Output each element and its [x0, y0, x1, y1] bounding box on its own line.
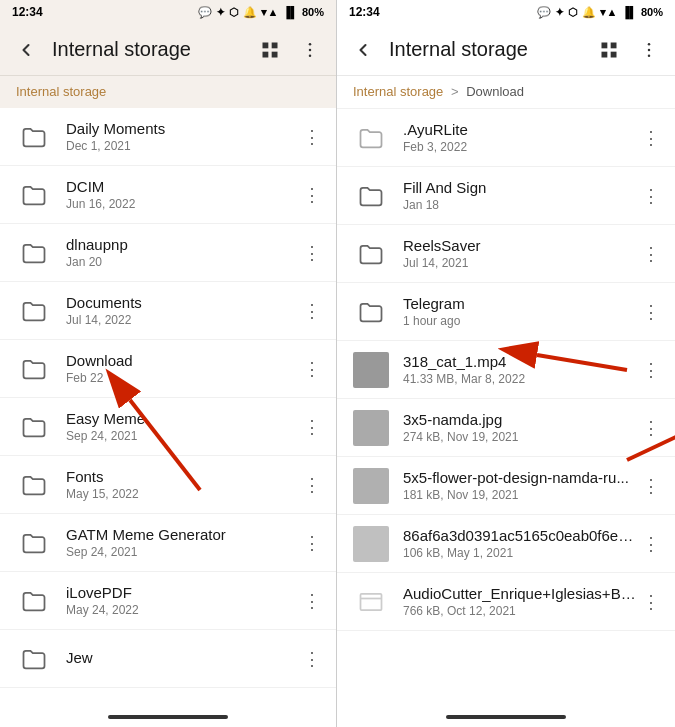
item-more-button[interactable]: ⋮ — [300, 647, 324, 671]
right-back-button[interactable] — [349, 36, 377, 64]
item-more-button[interactable]: ⋮ — [639, 300, 663, 324]
item-more-button[interactable]: ⋮ — [639, 184, 663, 208]
file-thumbnail — [353, 410, 389, 446]
telegram-folder-item[interactable]: Telegram 1 hour ago ⋮ — [337, 283, 675, 341]
item-more-button[interactable]: ⋮ — [639, 474, 663, 498]
folder-icon — [353, 294, 389, 330]
folder-icon — [353, 178, 389, 214]
item-more-button[interactable]: ⋮ — [300, 183, 324, 207]
list-item[interactable]: 318_cat_1.mp4 41.33 MB, Mar 8, 2022 ⋮ — [337, 341, 675, 399]
left-panel: 12:34 💬 ✦ ⬡ 🔔 ▾▲ ▐▌ 80% Internal storage — [0, 0, 337, 727]
left-back-button[interactable] — [12, 36, 40, 64]
svg-point-5 — [309, 48, 312, 51]
item-more-button[interactable]: ⋮ — [300, 531, 324, 555]
item-more-button[interactable]: ⋮ — [300, 299, 324, 323]
breadcrumb-download: Download — [466, 84, 524, 99]
right-page-title: Internal storage — [389, 38, 583, 61]
file-info: Easy Meme Sep 24, 2021 — [66, 410, 300, 443]
svg-rect-8 — [602, 42, 608, 48]
folder-icon — [16, 351, 52, 387]
left-more-options-button[interactable] — [296, 36, 324, 64]
right-breadcrumb-bar: Internal storage > Download — [337, 76, 675, 109]
right-more-options-button[interactable] — [635, 36, 663, 64]
download-folder-item[interactable]: Download Feb 22 ⋮ — [0, 340, 336, 398]
item-more-button[interactable]: ⋮ — [639, 532, 663, 556]
item-more-button[interactable]: ⋮ — [300, 589, 324, 613]
list-item[interactable]: 3x5-namda.jpg 274 kB, Nov 19, 2021 ⋮ — [337, 399, 675, 457]
svg-rect-10 — [602, 51, 608, 57]
item-more-button[interactable]: ⋮ — [639, 126, 663, 150]
svg-rect-0 — [263, 42, 269, 48]
list-item[interactable]: .AyuRLite Feb 3, 2022 ⋮ — [337, 109, 675, 167]
right-nav-home — [337, 707, 675, 727]
left-grid-view-button[interactable] — [256, 36, 284, 64]
list-item[interactable]: Easy Meme Sep 24, 2021 ⋮ — [0, 398, 336, 456]
list-item[interactable]: DCIM Jun 16, 2022 ⋮ — [0, 166, 336, 224]
left-time: 12:34 — [12, 5, 43, 19]
cast-icon-r: ⬡ — [568, 6, 578, 19]
list-item[interactable]: Fill And Sign Jan 18 ⋮ — [337, 167, 675, 225]
right-status-icons: 💬 ✦ ⬡ 🔔 ▾▲ ▐▌ 80% — [537, 6, 663, 19]
right-panel: 12:34 💬 ✦ ⬡ 🔔 ▾▲ ▐▌ 80% Internal storage — [337, 0, 675, 727]
file-info: Telegram 1 hour ago — [403, 295, 639, 328]
wifi-icon: ▾▲ — [261, 6, 278, 19]
file-info: .AyuRLite Feb 3, 2022 — [403, 121, 639, 154]
right-grid-view-button[interactable] — [595, 36, 623, 64]
folder-icon — [16, 235, 52, 271]
file-thumbnail — [353, 468, 389, 504]
list-item[interactable]: Jew ⋮ — [0, 630, 336, 688]
svg-rect-9 — [611, 42, 617, 48]
file-info: Daily Moments Dec 1, 2021 — [66, 120, 300, 153]
file-thumbnail — [353, 352, 389, 388]
folder-icon — [16, 293, 52, 329]
item-more-button[interactable]: ⋮ — [300, 357, 324, 381]
right-app-bar: Internal storage — [337, 24, 675, 76]
list-item[interactable]: ReelsSaver Jul 14, 2021 ⋮ — [337, 225, 675, 283]
list-item[interactable]: 86af6a3d0391ac5165c0eab0f6e3... 106 kB, … — [337, 515, 675, 573]
svg-point-4 — [309, 42, 312, 45]
list-item[interactable]: iLovePDF May 24, 2022 ⋮ — [0, 572, 336, 630]
folder-icon — [16, 119, 52, 155]
location-icon: ✦ — [216, 6, 225, 19]
file-info: AudioCutter_Enrique+Iglesias+Bail... 766… — [403, 585, 639, 618]
folder-icon — [353, 120, 389, 156]
item-more-button[interactable]: ⋮ — [300, 415, 324, 439]
item-more-button[interactable]: ⋮ — [300, 241, 324, 265]
list-item[interactable]: AudioCutter_Enrique+Iglesias+Bail... 766… — [337, 573, 675, 631]
svg-rect-2 — [263, 51, 269, 57]
item-more-button[interactable]: ⋮ — [639, 590, 663, 614]
list-item[interactable]: dlnaupnp Jan 20 ⋮ — [0, 224, 336, 282]
file-info: 5x5-flower-pot-design-namda-ru... 181 kB… — [403, 469, 639, 502]
file-info: 318_cat_1.mp4 41.33 MB, Mar 8, 2022 — [403, 353, 639, 386]
left-nav-home — [0, 707, 336, 727]
list-item[interactable]: GATM Meme Generator Sep 24, 2021 ⋮ — [0, 514, 336, 572]
left-status-icons: 💬 ✦ ⬡ 🔔 ▾▲ ▐▌ 80% — [198, 6, 324, 19]
item-more-button[interactable]: ⋮ — [300, 125, 324, 149]
list-item[interactable]: 5x5-flower-pot-design-namda-ru... 181 kB… — [337, 457, 675, 515]
left-breadcrumb[interactable]: Internal storage — [0, 76, 336, 108]
left-file-list: Daily Moments Dec 1, 2021 ⋮ DCIM Jun 16,… — [0, 108, 336, 707]
list-item[interactable]: Fonts May 15, 2022 ⋮ — [0, 456, 336, 514]
file-thumbnail — [353, 526, 389, 562]
item-more-button[interactable]: ⋮ — [639, 358, 663, 382]
battery-right: 80% — [641, 6, 663, 18]
left-app-bar: Internal storage — [0, 24, 336, 76]
item-more-button[interactable]: ⋮ — [300, 473, 324, 497]
svg-point-13 — [648, 48, 651, 51]
item-more-button[interactable]: ⋮ — [639, 416, 663, 440]
file-info: Documents Jul 14, 2022 — [66, 294, 300, 327]
folder-icon — [353, 584, 389, 620]
whatsapp-icon: 💬 — [198, 6, 212, 19]
home-bar — [446, 715, 566, 719]
right-breadcrumb: Internal storage > Download — [353, 84, 524, 99]
svg-point-12 — [648, 42, 651, 45]
right-file-list: .AyuRLite Feb 3, 2022 ⋮ Fill And Sign Ja… — [337, 109, 675, 707]
list-item[interactable]: Daily Moments Dec 1, 2021 ⋮ — [0, 108, 336, 166]
breadcrumb-internal-storage[interactable]: Internal storage — [353, 84, 443, 99]
list-item[interactable]: Documents Jul 14, 2022 ⋮ — [0, 282, 336, 340]
left-page-title: Internal storage — [52, 38, 244, 61]
location-icon-r: ✦ — [555, 6, 564, 19]
item-more-button[interactable]: ⋮ — [639, 242, 663, 266]
file-info: ReelsSaver Jul 14, 2021 — [403, 237, 639, 270]
folder-icon — [16, 525, 52, 561]
